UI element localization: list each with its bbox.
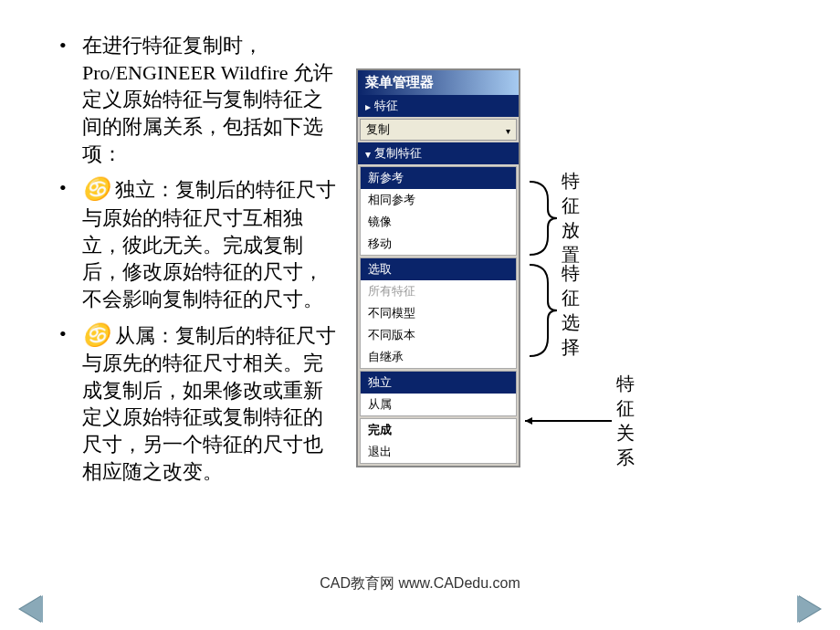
script-prefix-icon: ♋ <box>82 323 110 347</box>
menu-dropdown-copy-label: 复制 <box>366 121 390 138</box>
bullet-item-1: • 在进行特征复制时，Pro/ENGINEER Wildfire 允许定义原始特… <box>55 32 338 167</box>
menu-section-placement: 新参考 相同参考 镜像 移动 <box>360 166 517 256</box>
script-prefix-icon: ♋ <box>82 177 110 201</box>
menu-illustration: 菜单管理器 特征 复制 复制特征 新参考 相同参考 镜像 移动 <box>356 18 822 492</box>
bullet-text-1: 在进行特征复制时，Pro/ENGINEER Wildfire 允许定义原始特征与… <box>82 32 338 167</box>
menu-section-selection: 选取 所有特征 不同模型 不同版本 自继承 <box>360 257 517 369</box>
menu-title: 菜单管理器 <box>358 70 519 95</box>
menu-item-select[interactable]: 选取 <box>361 258 516 280</box>
menu-header-copy-feature[interactable]: 复制特征 <box>358 142 519 164</box>
menu-item-same-ref[interactable]: 相同参考 <box>361 189 516 211</box>
nav-prev-button[interactable] <box>18 595 41 623</box>
bullet-item-2: • ♋ 独立：复制后的特征尺寸与原始的特征尺寸互相独立，彼此无关。完成复制后，修… <box>55 174 338 312</box>
label-placement: 特征放置 <box>562 169 580 268</box>
menu-item-diff-model[interactable]: 不同模型 <box>361 302 516 324</box>
bullet-marker: • <box>55 32 82 167</box>
menu-item-independent[interactable]: 独立 <box>361 372 516 394</box>
menu-header-feature-label: 特征 <box>374 98 398 114</box>
bracket-icon <box>525 177 562 259</box>
arrow-right-icon <box>365 100 371 113</box>
menu-item-done[interactable]: 完成 <box>361 419 516 441</box>
menu-item-diff-version[interactable]: 不同版本 <box>361 324 516 346</box>
bracket-placement: 特征放置 <box>525 169 580 268</box>
menu-item-mirror[interactable]: 镜像 <box>361 211 516 233</box>
bold-prefix-3: 从属： <box>115 324 175 347</box>
menu-manager-panel: 菜单管理器 特征 复制 复制特征 新参考 相同参考 镜像 移动 <box>356 68 520 467</box>
menu-header-copy-feature-label: 复制特征 <box>374 145 422 162</box>
bracket-selection: 特征选择 <box>525 260 580 361</box>
svg-marker-1 <box>525 417 532 425</box>
menu-item-all-features: 所有特征 <box>361 280 516 302</box>
menu-section-relation: 独立 从属 <box>360 371 517 416</box>
menu-item-dependent[interactable]: 从属 <box>361 394 516 415</box>
menu-item-inherit[interactable]: 自继承 <box>361 346 516 368</box>
bullet-marker: • <box>55 320 82 486</box>
arrow-down-icon <box>365 147 371 161</box>
bullet-item-3: • ♋ 从属：复制后的特征尺寸与原先的特征尺寸相关。完成复制后，如果修改或重新定… <box>55 320 338 486</box>
menu-dropdown-copy[interactable]: 复制 <box>360 119 517 141</box>
arrow-relation: 特征关系 <box>525 372 635 470</box>
caret-down-icon <box>506 123 510 137</box>
bullet-text-2: ♋ 独立：复制后的特征尺寸与原始的特征尺寸互相独立，彼此无关。完成复制后，修改原… <box>82 174 338 312</box>
label-selection: 特征选择 <box>562 261 580 360</box>
menu-item-quit[interactable]: 退出 <box>361 441 516 463</box>
bullet-marker: • <box>55 174 82 312</box>
bullet-text-3: ♋ 从属：复制后的特征尺寸与原先的特征尺寸相关。完成复制后，如果修改或重新定义原… <box>82 320 338 486</box>
bracket-icon <box>525 260 562 361</box>
arrow-line-icon <box>525 412 616 430</box>
menu-item-move[interactable]: 移动 <box>361 233 516 255</box>
footer-credit: CAD教育网 www.CADedu.com <box>0 574 840 593</box>
nav-next-button[interactable] <box>799 595 822 623</box>
menu-item-new-ref[interactable]: 新参考 <box>361 167 516 189</box>
menu-header-feature[interactable]: 特征 <box>358 95 519 117</box>
menu-section-actions: 完成 退出 <box>360 418 517 464</box>
label-relation: 特征关系 <box>616 372 635 470</box>
text-column: • 在进行特征复制时，Pro/ENGINEER Wildfire 允许定义原始特… <box>18 18 338 492</box>
bold-prefix-2: 独立： <box>115 178 175 201</box>
body-3: 复制后的特征尺寸与原先的特征尺寸相关。完成复制后，如果修改或重新定义原始特征或复… <box>82 324 336 483</box>
